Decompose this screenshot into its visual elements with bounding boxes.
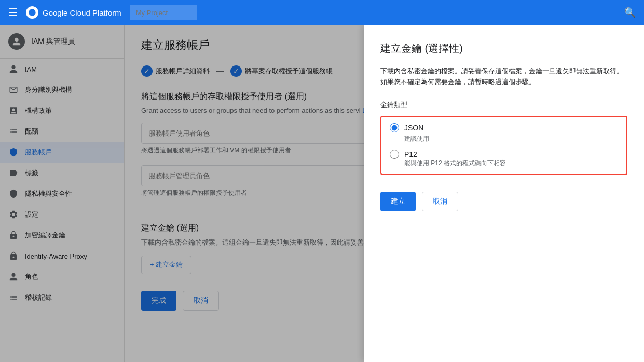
- panel-create-button[interactable]: 建立: [380, 192, 416, 211]
- p12-hint: 能與使用 P12 格式的程式碼向下相容: [404, 159, 618, 168]
- project-selector[interactable]: [130, 5, 197, 20]
- key-type-label: 金鑰類型: [380, 100, 627, 110]
- json-hint: 建議使用: [404, 135, 618, 143]
- key-type-box: JSON 建議使用 P12 能與使用 P12 格式的程式碼向下相容: [380, 116, 627, 175]
- panel-buttons: 建立 取消: [380, 192, 627, 211]
- p12-option[interactable]: P12: [390, 150, 618, 159]
- svg-point-0: [29, 9, 35, 16]
- topbar: ☰ Google Cloud Platform 🔍: [0, 0, 644, 25]
- p12-label: P12: [404, 150, 417, 158]
- topbar-title: Google Cloud Platform: [43, 8, 121, 17]
- panel-cancel-button[interactable]: 取消: [422, 192, 458, 211]
- right-panel: 建立金鑰 (選擇性) 下載內含私密金鑰的檔案。請妥善保存這個檔案，金鑰一旦遺失即…: [364, 25, 644, 362]
- topbar-logo: Google Cloud Platform: [26, 6, 121, 19]
- menu-icon[interactable]: ☰: [8, 6, 18, 19]
- json-radio[interactable]: [390, 123, 399, 132]
- gcp-logo-icon: [26, 6, 38, 19]
- panel-desc: 下載內含私密金鑰的檔案。請妥善保存這個檔案，金鑰一旦遺失即無法重新取得。如果您不…: [380, 66, 627, 88]
- search-icon[interactable]: 🔍: [624, 7, 636, 18]
- json-option[interactable]: JSON: [390, 123, 618, 132]
- p12-radio[interactable]: [390, 150, 399, 159]
- panel-title: 建立金鑰 (選擇性): [380, 42, 627, 56]
- json-label: JSON: [404, 124, 423, 132]
